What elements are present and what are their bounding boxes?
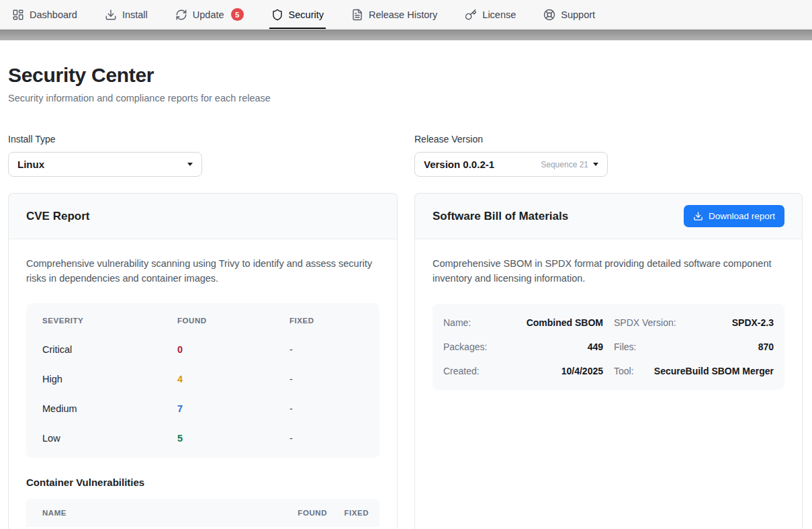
info-value: 870: [758, 341, 774, 352]
info-label: SPDX Version:: [614, 317, 676, 328]
page-title: Security Center: [8, 63, 804, 87]
info-name: Name: Combined SBOM: [443, 311, 603, 335]
tab-label: Dashboard: [30, 9, 77, 20]
page-subtitle: Security information and compliance repo…: [8, 93, 804, 104]
info-value: 10/4/2025: [561, 366, 603, 376]
table-row: Low 5 -: [26, 423, 379, 453]
found-count: 4: [177, 374, 289, 384]
cve-description: Comprehensive vulnerability scanning usi…: [26, 257, 379, 286]
info-files: Files: 870: [614, 335, 774, 359]
tab-label: Update: [193, 9, 224, 20]
info-label: Packages:: [443, 341, 487, 352]
tab-release-history[interactable]: Release History: [351, 0, 437, 29]
download-report-button[interactable]: Download report: [684, 205, 784, 227]
release-version-value: Version 0.0.2-1: [424, 159, 494, 170]
info-created: Created: 10/4/2025: [443, 359, 603, 383]
fixed-count: -: [289, 374, 363, 384]
tab-label: Security: [289, 9, 324, 20]
col-found: FOUND: [269, 509, 327, 517]
tab-license[interactable]: License: [465, 0, 516, 29]
install-type-select[interactable]: Linux: [8, 152, 202, 177]
severity-label: Critical: [42, 344, 177, 355]
info-spdx-version: SPDX Version: SPDX-2.3: [614, 311, 774, 335]
release-sequence-meta: Sequence 21: [541, 160, 588, 169]
sbom-card: Software Bill of Materials Download repo…: [414, 193, 803, 529]
file-text-icon: [351, 9, 363, 21]
info-label: Files:: [614, 341, 636, 352]
cve-card-header: CVE Report: [9, 194, 397, 239]
info-label: Created:: [443, 366, 480, 376]
col-fixed: FIXED: [327, 509, 369, 517]
col-severity: SEVERITY: [42, 317, 177, 325]
table-row: High 4 -: [26, 364, 379, 394]
install-type-label: Install Type: [8, 134, 398, 145]
update-count-badge: 5: [231, 8, 244, 21]
table-row: Critical 0 -: [26, 335, 379, 364]
tab-label: Release History: [369, 9, 437, 20]
release-version-field: Release Version Version 0.0.2-1 Sequence…: [414, 134, 803, 177]
toolbar-shadow-strip: [0, 30, 812, 40]
col-fixed: FIXED: [289, 317, 363, 325]
refresh-icon: [175, 9, 187, 21]
chevron-down-icon: [593, 163, 598, 166]
filters-row: Install Type Linux Release Version Versi…: [8, 134, 804, 177]
col-name: NAME: [42, 509, 269, 517]
tab-install[interactable]: Install: [105, 0, 148, 29]
tab-security[interactable]: Security: [271, 0, 324, 29]
info-label: Name:: [443, 317, 471, 328]
tab-label: Support: [561, 9, 595, 20]
severity-label: Low: [42, 433, 177, 444]
fixed-count: -: [289, 344, 363, 355]
install-type-value: Linux: [17, 159, 44, 170]
sbom-info-panel: Name: Combined SBOM SPDX Version: SPDX-2…: [433, 304, 784, 390]
severity-label: High: [42, 374, 177, 384]
shield-icon: [271, 9, 283, 21]
info-packages: Packages: 449: [443, 335, 603, 359]
sbom-card-title: Software Bill of Materials: [433, 210, 568, 223]
fixed-count: -: [289, 433, 363, 444]
cards-row: CVE Report Comprehensive vulnerability s…: [8, 193, 804, 529]
top-navigation: Dashboard Install Update 5 Security Rele…: [0, 0, 812, 30]
fixed-count: -: [289, 403, 363, 414]
download-icon: [105, 9, 117, 21]
sbom-card-header: Software Bill of Materials Download repo…: [415, 194, 802, 239]
lifebuoy-icon: [543, 9, 555, 21]
info-value: Combined SBOM: [527, 317, 603, 328]
sbom-card-body: Comprehensive SBOM in SPDX format provid…: [415, 239, 802, 407]
install-type-field: Install Type Linux: [8, 134, 398, 177]
release-version-select[interactable]: Version 0.0.2-1 Sequence 21: [414, 152, 608, 177]
tab-label: Install: [122, 9, 148, 20]
found-count: 7: [177, 403, 289, 414]
key-icon: [465, 9, 477, 21]
found-count: 0: [177, 344, 289, 355]
table-row: Medium 7 -: [26, 394, 379, 423]
severity-label: Medium: [42, 403, 177, 414]
tab-dashboard[interactable]: Dashboard: [12, 0, 77, 29]
severity-table: SEVERITY FOUND FIXED Critical 0 - High 4…: [26, 303, 379, 458]
col-found: FOUND: [177, 317, 289, 325]
dashboard-icon: [12, 9, 24, 21]
sbom-description: Comprehensive SBOM in SPDX format provid…: [433, 257, 784, 286]
container-table-header: NAME FOUND FIXED: [26, 499, 379, 527]
tab-label: License: [482, 9, 516, 20]
download-icon: [693, 211, 703, 221]
tab-update[interactable]: Update 5: [175, 0, 244, 29]
release-version-label: Release Version: [414, 134, 803, 145]
chevron-down-icon: [187, 163, 193, 166]
severity-table-header: SEVERITY FOUND FIXED: [26, 307, 379, 335]
cve-card-title: CVE Report: [26, 210, 89, 223]
cve-report-card: CVE Report Comprehensive vulnerability s…: [8, 193, 398, 529]
info-value: 449: [588, 341, 603, 352]
info-value: SPDX-2.3: [732, 317, 774, 328]
info-tool: Tool: SecureBuild SBOM Merger: [614, 359, 774, 383]
cve-card-body: Comprehensive vulnerability scanning usi…: [9, 239, 397, 529]
container-vulnerabilities-title: Container Vulnerabilities: [26, 477, 379, 488]
info-label: Tool:: [614, 366, 634, 376]
download-report-label: Download report: [709, 211, 775, 221]
tab-support[interactable]: Support: [543, 0, 595, 29]
found-count: 5: [177, 433, 289, 444]
info-value: SecureBuild SBOM Merger: [654, 366, 774, 376]
main-content: Security Center Security information and…: [0, 63, 812, 529]
